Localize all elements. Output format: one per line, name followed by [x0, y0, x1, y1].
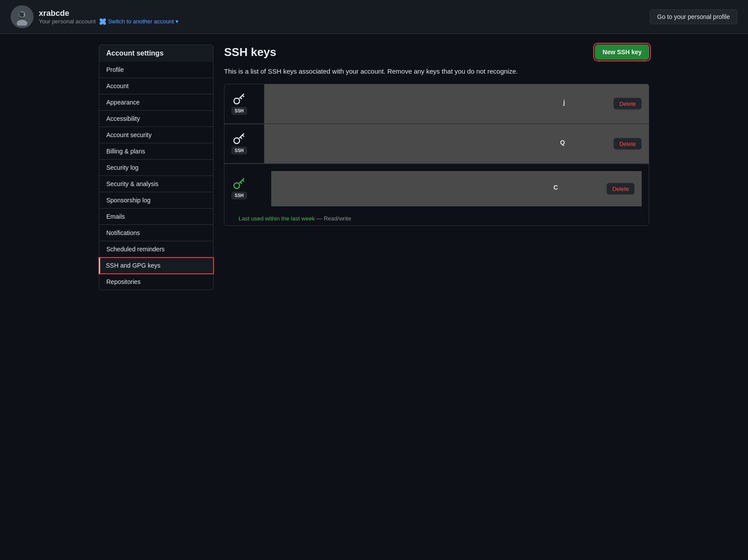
ssh-badge-3: SSH: [232, 192, 247, 199]
user-info-section: xrabcde Your personal account Switch to …: [11, 5, 179, 28]
key-actions-3: Delete: [606, 183, 635, 194]
key-actions-1: Delete: [613, 98, 642, 110]
key-partial-name-1: j: [563, 99, 565, 106]
key-actions-2: Delete: [613, 138, 642, 149]
main-layout: Account settings Profile Account Appeara…: [92, 34, 656, 301]
key-icon-1: [233, 93, 245, 105]
sidebar-item-account-security[interactable]: Account security: [99, 127, 213, 143]
content-header: SSH keys New SSH key: [224, 45, 649, 60]
ssh-key-item-3: SSH C Delete Last used within the last w…: [224, 164, 649, 225]
last-used-note: Last used within the last week — Read/wr…: [232, 213, 358, 222]
key-icon-wrapper-1: SSH: [232, 93, 247, 115]
switch-account-link[interactable]: Switch to another account ▾: [99, 18, 179, 25]
sidebar-item-notifications[interactable]: Notifications: [99, 225, 213, 241]
sidebar-item-security-analysis[interactable]: Security & analysis: [99, 176, 213, 192]
page-header: xrabcde Your personal account Switch to …: [0, 0, 748, 34]
sidebar-item-security-log[interactable]: Security log: [99, 160, 213, 176]
sidebar-item-repositories[interactable]: Repositories: [99, 274, 213, 290]
svg-point-4: [234, 98, 240, 104]
key-icon-wrapper-3: SSH: [232, 178, 247, 199]
key-icon-wrapper-2: SSH: [232, 133, 247, 154]
chevron-down-icon: ▾: [176, 18, 179, 25]
delete-key-2-button[interactable]: Delete: [613, 138, 642, 149]
ssh-badge-2: SSH: [232, 147, 247, 154]
page-title: SSH keys: [224, 45, 277, 59]
sidebar-item-emails[interactable]: Emails: [99, 209, 213, 225]
svg-point-6: [234, 183, 240, 189]
ssh-badge-1: SSH: [232, 107, 247, 115]
sidebar-item-accessibility[interactable]: Accessibility: [99, 111, 213, 127]
description-text: This is a list of SSH keys associated wi…: [224, 67, 649, 77]
new-ssh-key-button[interactable]: New SSH key: [595, 45, 649, 60]
ssh-key-item-1: SSH j Delete: [224, 84, 649, 124]
sidebar: Account settings Profile Account Appeara…: [99, 45, 213, 290]
main-content: SSH keys New SSH key This is a list of S…: [224, 45, 649, 290]
sidebar-item-ssh-gpg-keys[interactable]: SSH and GPG keys: [99, 258, 213, 274]
key-partial-name-3: C: [554, 183, 558, 190]
key-icon-2: [233, 133, 245, 145]
key-partial-name-2: Q: [560, 138, 565, 146]
sidebar-item-sponsorship-log[interactable]: Sponsorship log: [99, 192, 213, 209]
account-meta: Your personal account Switch to another …: [39, 18, 179, 25]
svg-rect-3: [19, 12, 24, 19]
sidebar-item-scheduled-reminders[interactable]: Scheduled reminders: [99, 241, 213, 258]
access-type: Read/write: [324, 215, 351, 222]
delete-key-1-button[interactable]: Delete: [613, 98, 642, 110]
ssh-key-item-2: SSH Q Delete: [224, 124, 649, 164]
sidebar-title: Account settings: [99, 45, 213, 62]
switch-account-label: Switch to another account: [108, 18, 174, 25]
last-used-text: Last used within the last week: [239, 215, 315, 222]
delete-key-3-button[interactable]: Delete: [606, 183, 635, 194]
ssh-keys-list: SSH j Delete: [224, 84, 649, 226]
sidebar-item-account[interactable]: Account: [99, 78, 213, 94]
separator: —: [316, 215, 324, 222]
sidebar-item-billing[interactable]: Billing & plans: [99, 143, 213, 160]
avatar: [11, 5, 34, 28]
account-type-label: Your personal account: [39, 18, 96, 25]
username: xrabcde: [39, 9, 179, 18]
svg-point-5: [234, 138, 240, 144]
sidebar-item-profile[interactable]: Profile: [99, 62, 213, 78]
go-to-profile-button[interactable]: Go to your personal profile: [650, 9, 737, 24]
user-details: xrabcde Your personal account Switch to …: [39, 9, 179, 25]
key-icon-3: [233, 178, 245, 190]
sidebar-item-appearance[interactable]: Appearance: [99, 94, 213, 111]
